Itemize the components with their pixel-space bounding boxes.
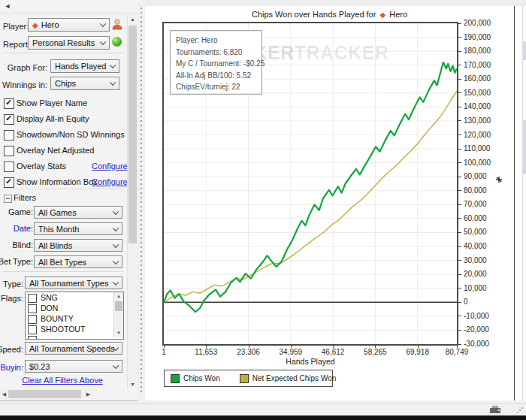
scrollbar-thumb[interactable] [128,26,137,243]
divider [3,271,123,272]
sidebar-horizontal-scrollbar[interactable]: ◀ ▶ [0,389,93,399]
y-tick-label: 10,000 [464,284,487,292]
scroll-down-button[interactable]: ▼ [114,329,123,337]
flag-label: BOUNTY [41,314,74,323]
scroll-right-button[interactable]: ▶ [84,389,92,399]
scroll-left-button[interactable]: ◀ [0,389,8,399]
flag-row-sng[interactable]: SNG [28,293,103,304]
bet-type-select[interactable]: All Bet Types [34,255,122,268]
y-tick-mark [457,23,461,24]
y-tick-mark [457,92,461,93]
player-select[interactable]: ◆ Hero [28,18,110,32]
checkbox[interactable] [28,294,37,303]
checkbox[interactable] [4,162,14,172]
scrollbar-thumb[interactable] [115,301,122,311]
checkbox[interactable] [4,114,14,125]
report-select[interactable]: Personal Results [28,36,110,50]
chevron-down-icon [113,241,119,247]
checkbox-row-showdown-non-sd-winnings[interactable]: Showdown/Non SD Winnings [4,130,136,142]
panel-splitter[interactable] [138,0,145,400]
scroll-up-button[interactable]: ▲ [114,292,123,301]
checkbox-label: Showdown/Non SD Winnings [17,130,125,139]
x-tick-label: 11,653 [187,348,225,356]
bet-type-label: Bet Type: [0,257,33,266]
buyin-select[interactable]: $0.23 [25,360,122,373]
resize-grip[interactable] [517,407,524,415]
filter-row-blind: Blind:All Blinds [0,237,138,254]
y-tick-mark [457,302,461,303]
checkbox[interactable] [28,315,37,324]
collapse-sidebar-button[interactable]: ◄ [3,2,12,11]
legend-label: Net Expected Chips Won [252,374,337,382]
checkbox-label: Show Information Box [17,177,98,186]
report-refresh-orb-icon[interactable] [112,37,122,47]
cursor-artifact-icon [494,175,503,184]
divider [3,189,123,189]
y-tick-mark [457,177,461,177]
y-tick-label: 0 [464,298,468,306]
status-printer-icon[interactable] [490,406,501,415]
player-value: Hero [41,20,59,29]
report-label: Report: [3,40,30,49]
scrollbar-thumb[interactable] [523,120,526,174]
checkbox[interactable] [4,98,14,109]
flag-row-shootout[interactable]: SHOOTOUT [28,325,103,335]
watermark-part2: TRACKER [295,42,389,63]
y-tick-label: 40,000 [464,242,487,250]
x-tick-label: 46,612 [314,348,352,356]
chevron-down-icon [110,79,116,85]
flag-row-bounty[interactable]: BOUNTY [28,314,103,325]
y-tick-label: -20,000 [464,325,489,334]
type-select[interactable]: All Tournament Types [25,276,122,289]
clear-all-filters-link[interactable]: Clear All Filters Above [6,376,119,385]
y-tick-mark [457,107,461,107]
checkbox-row-overlay-net-adjusted[interactable]: Overlay Net Adjusted [4,146,136,158]
chevron-down-icon [113,258,119,264]
y-tick-label: -30,000 [464,340,489,348]
chart-title-prefix: Chips Won over Hands Played for [252,10,376,19]
configure-link[interactable]: Configure [92,162,128,171]
date-select[interactable]: This Month [34,222,122,235]
speed-select[interactable]: All Tournament Speeds [25,342,122,355]
y-tick-mark [457,316,461,316]
winnings-in-select[interactable]: Chips [50,77,119,90]
checkbox-row-display-all-in-equity[interactable]: Display All-in Equity [4,114,136,126]
filter-rows: Game:All GamesDate:This MonthBlind:All B… [0,204,138,270]
checkbox-row-show-player-name[interactable]: Show Player Name [4,98,136,110]
checkbox [28,336,37,340]
scroll-up-button[interactable]: ▲ [128,17,138,22]
chevron-down-icon [100,38,106,44]
scrollbar-thumb[interactable] [523,41,526,60]
checkbox-row-overlay-stats[interactable]: Overlay StatsConfigure [4,162,136,174]
app-window: ◄ Player: ◆ Hero Report: Personal Result… [0,0,526,420]
flags-scrollbar[interactable]: ▲ ▼ [113,292,123,337]
configure-link[interactable]: Configure [92,177,128,186]
sidebar-vertical-scrollbar[interactable]: ▲ ▼ [127,15,138,388]
checkbox-row-show-information-box[interactable]: Show Information BoxConfigure [4,177,136,189]
game-select[interactable]: All Games [34,206,122,219]
y-tick-mark [457,134,461,135]
x-tick-label: 58,265 [356,348,394,356]
flags-listbox[interactable]: ▲ ▼ SNGDONBOUNTYSHOOTOUT [25,292,124,340]
checkbox[interactable] [4,130,14,141]
y-tick-label: 80,000 [464,186,487,195]
blind-select[interactable]: All Blinds [34,239,122,252]
flag-row-don[interactable]: DON [28,304,103,314]
player-diamond-icon: ◆ [32,21,38,29]
checkbox[interactable] [28,304,37,313]
scroll-down-button[interactable]: ▼ [128,382,138,387]
checkbox-label: Overlay Net Adjusted [17,146,94,155]
player-person-icon[interactable] [111,18,123,30]
chevron-down-icon [110,62,116,68]
graph-for-select[interactable]: Hands Played [50,59,119,73]
checkbox[interactable] [4,177,14,188]
checkbox[interactable] [28,325,37,334]
game-label: Game: [0,207,33,216]
winnings-in-value: Chips [55,79,76,88]
y-tick-label: 60,000 [464,214,487,222]
scrollbar-thumb[interactable] [8,390,81,398]
y-tick-label: 110,000 [464,144,490,153]
filters-collapse-toggle[interactable] [4,195,12,203]
y-tick-label: -10,000 [464,312,489,320]
checkbox[interactable] [4,146,14,156]
